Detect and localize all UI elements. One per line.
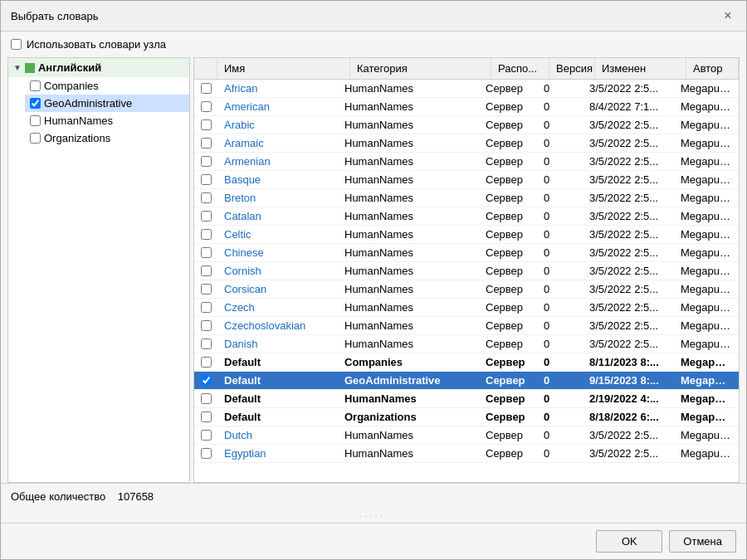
row-checkbox-cell[interactable] [194,299,217,315]
row-checkbox-cell[interactable] [194,354,217,370]
table-row[interactable]: American HumanNames Сервер 0 8/4/2022 7:… [194,98,739,116]
row-checkbox-cell[interactable] [194,373,217,388]
table-row[interactable]: Egyptian HumanNames Сервер 0 3/5/2022 2:… [194,445,739,463]
row-checkbox[interactable] [201,247,212,258]
table-row[interactable]: Danish HumanNames Сервер 0 3/5/2022 2:5.… [194,335,739,353]
cell-category: HumanNames [338,445,479,462]
organizations-checkbox[interactable] [30,133,41,144]
row-checkbox-cell[interactable] [194,336,217,352]
row-checkbox[interactable] [201,119,212,130]
row-checkbox-cell[interactable] [194,80,217,96]
table-row[interactable]: Chinese HumanNames Сервер 0 3/5/2022 2:5… [194,244,739,262]
name-link[interactable]: Celtic [224,228,251,241]
separator: · · · · · · [1,509,746,523]
table-row[interactable]: Dutch HumanNames Сервер 0 3/5/2022 2:5..… [194,426,739,445]
use-node-dicts-checkbox[interactable] [11,39,22,50]
row-checkbox[interactable] [201,211,212,222]
row-checkbox[interactable] [201,138,212,149]
table-row[interactable]: Aramaic HumanNames Сервер 0 3/5/2022 2:5… [194,134,739,153]
row-checkbox[interactable] [201,174,212,185]
name-link[interactable]: Corsican [224,283,266,295]
table-row[interactable]: Celtic HumanNames Сервер 0 3/5/2022 2:5.… [194,226,739,244]
table-row[interactable]: Cornish HumanNames Сервер 0 3/5/2022 2:5… [194,262,739,280]
row-checkbox-cell[interactable] [194,172,217,187]
name-link[interactable]: Arabic [224,119,255,131]
row-checkbox[interactable] [201,83,212,94]
row-checkbox-cell[interactable] [194,226,217,242]
name-link[interactable]: Egyptian [224,447,266,460]
cancel-button[interactable]: Отмена [669,530,736,553]
row-checkbox-cell[interactable] [194,153,217,169]
table-row[interactable]: Czechoslovakian HumanNames Сервер 0 3/5/… [194,317,739,335]
row-checkbox-cell[interactable] [194,318,217,334]
row-checkbox[interactable] [201,284,212,295]
name-link[interactable]: Catalan [224,210,261,222]
table-row[interactable]: Arabic HumanNames Сервер 0 3/5/2022 2:5.… [194,116,739,134]
row-checkbox[interactable] [201,338,212,349]
ok-button[interactable]: OK [596,530,662,553]
humannames-checkbox[interactable] [30,115,41,126]
row-checkbox-cell[interactable] [194,190,217,206]
table-row[interactable]: Czech HumanNames Сервер 0 3/5/2022 2:5..… [194,299,739,317]
cell-modified: 3/5/2022 2:5... [583,426,674,444]
row-checkbox[interactable] [201,357,212,368]
tree-item-humannames[interactable]: HumanNames [25,112,189,129]
table-row[interactable]: Armenian HumanNames Сервер 0 3/5/2022 2:… [194,153,739,171]
geoadmin-checkbox[interactable] [30,98,41,109]
name-link[interactable]: African [224,82,257,95]
row-checkbox[interactable] [201,430,212,441]
tree-root[interactable]: ▼ Английский [8,58,189,77]
row-checkbox-cell[interactable] [194,245,217,261]
name-link[interactable]: Armenian [224,155,271,168]
row-checkbox-cell[interactable] [194,427,217,443]
row-checkbox-cell[interactable] [194,391,217,407]
companies-checkbox[interactable] [30,80,41,91]
table-row[interactable]: Default Organizations Сервер 0 8/18/2022… [194,408,739,426]
name-link[interactable]: Chinese [224,246,264,259]
table-row[interactable]: Default GeoAdministrative Сервер 0 9/15/… [194,372,739,390]
row-checkbox-cell[interactable] [194,117,217,133]
row-checkbox-cell[interactable] [194,208,217,224]
cell-author: Megaputer [674,134,739,152]
name-link[interactable]: Breton [224,192,256,204]
table-row[interactable]: Default Companies Сервер 0 8/11/2023 8:.… [194,353,739,372]
row-checkbox-cell[interactable] [194,263,217,279]
close-button[interactable]: × [720,7,736,24]
name-link[interactable]: Danish [224,338,257,350]
name-link[interactable]: Dutch [224,429,252,441]
row-checkbox[interactable] [201,229,212,240]
table-row[interactable]: Basque HumanNames Сервер 0 3/5/2022 2:5.… [194,171,739,189]
row-checkbox-cell[interactable] [194,99,217,114]
row-checkbox[interactable] [201,192,212,203]
row-checkbox[interactable] [201,393,212,404]
row-checkbox-cell[interactable] [194,446,217,461]
row-checkbox[interactable] [201,448,212,459]
name-link[interactable]: Aramaic [224,137,264,149]
tree-item-companies[interactable]: Companies [25,77,189,95]
row-checkbox[interactable] [201,411,212,422]
row-checkbox[interactable] [201,302,212,313]
tree-item-geoadmin[interactable]: GeoAdministrative [25,95,189,112]
table-row[interactable]: African HumanNames Сервер 0 3/5/2022 2:5… [194,80,739,98]
row-checkbox-cell[interactable] [194,135,217,151]
name-link[interactable]: American [224,100,270,113]
cell-dist: Сервер [479,134,537,152]
row-checkbox[interactable] [201,101,212,112]
table-row[interactable]: Breton HumanNames Сервер 0 3/5/2022 2:5.… [194,189,739,207]
row-checkbox[interactable] [201,375,212,386]
name-link[interactable]: Czech [224,301,255,314]
row-checkbox-cell[interactable] [194,409,217,425]
row-checkbox[interactable] [201,265,212,276]
table-row[interactable]: Default HumanNames Сервер 0 2/19/2022 4:… [194,390,739,408]
name-link[interactable]: Basque [224,173,261,186]
tree-item-organizations[interactable]: Organizations [25,129,189,147]
cell-modified: 3/5/2022 2:5... [583,317,674,334]
name-link[interactable]: Czechoslovakian [224,319,305,332]
row-checkbox[interactable] [201,156,212,167]
cell-modified: 9/15/2023 8:... [583,372,674,389]
table-row[interactable]: Corsican HumanNames Сервер 0 3/5/2022 2:… [194,280,739,299]
row-checkbox[interactable] [201,320,212,331]
row-checkbox-cell[interactable] [194,281,217,297]
name-link[interactable]: Cornish [224,265,261,277]
table-row[interactable]: Catalan HumanNames Сервер 0 3/5/2022 2:5… [194,207,739,226]
